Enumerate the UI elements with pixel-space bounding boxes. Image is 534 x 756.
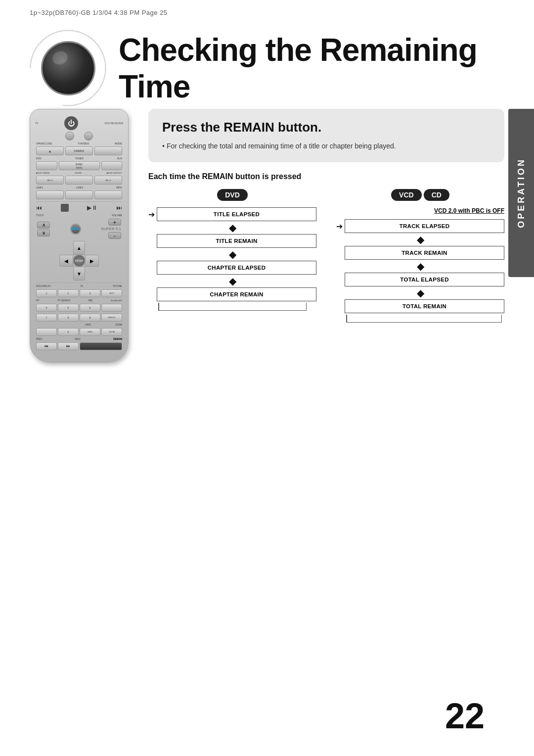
btn-row-1: ▲ DIMMER: [36, 146, 122, 155]
vol-down-btn[interactable]: -: [108, 232, 121, 239]
dvd-badge: DVD: [217, 189, 248, 201]
dvd-flow-item-1: ➔ TITLE ELAPSED: [148, 207, 316, 221]
soundeff-btn[interactable]: [101, 304, 122, 312]
dvd-flow-column: DVD ➔ TITLE ELAPSED ◆ ➔ TITLE REMAIN ◆ ➔…: [148, 189, 316, 311]
remote-container: TV ⏻ DVD RECEIVER OPEN/CLOSE TV/VIDEO MO…: [30, 109, 138, 363]
num7-btn[interactable]: 7: [36, 314, 57, 322]
nav-left-btn[interactable]: ◀: [59, 255, 73, 267]
num8-btn[interactable]: 8: [58, 314, 79, 322]
aux-btn[interactable]: [101, 161, 123, 170]
numpad-row2: 4 5 6: [36, 304, 122, 312]
num5-btn[interactable]: 5: [58, 304, 79, 312]
nav-down-btn[interactable]: ▼: [73, 267, 85, 281]
dvd-badge-row: DVD: [148, 189, 316, 201]
empty-btn1[interactable]: [36, 328, 57, 336]
remote-control: TV ⏻ DVD RECEIVER OPEN/CLOSE TV/VIDEO MO…: [30, 109, 129, 363]
numpad-row5: ⏮ ⏭: [36, 342, 122, 350]
instruction-title: Press the REMAIN button.: [162, 120, 490, 135]
power-icon: ⏻: [68, 119, 75, 127]
band-save-btn[interactable]: BANDSAVE: [59, 161, 100, 170]
vcd-flow-item-1: ➔ TRACK ELAPSED: [336, 219, 504, 233]
separator-2: [36, 283, 122, 283]
next-btn[interactable]: ⏭: [116, 204, 122, 211]
dimmer-btn[interactable]: DIMMER: [65, 146, 93, 155]
vcd-badge-row: VCD CD: [336, 189, 504, 201]
sur-smode-btn[interactable]: MP+S: [36, 176, 64, 185]
page-title: Checking the Remaining Time: [119, 32, 504, 105]
nav-up-btn[interactable]: ▲: [73, 241, 85, 255]
play-pause-btn[interactable]: ▶⏸: [87, 204, 97, 211]
numpad-row4: 0 LANG ZOOM: [36, 328, 122, 336]
num3-btn[interactable]: 3: [80, 289, 100, 297]
enter-btn[interactable]: ENTER: [73, 254, 86, 267]
mode-btn[interactable]: [94, 146, 122, 155]
main-content: TV ⏻ DVD RECEIVER OPEN/CLOSE TV/VIDEO MO…: [30, 109, 504, 363]
open-close-btn[interactable]: ▲: [36, 146, 64, 155]
vcd-arrow-1: ➔: [336, 222, 343, 231]
operation-sidebar: OPERATION: [508, 109, 534, 277]
sur-seffect-btn[interactable]: MP+S: [94, 176, 122, 185]
vcd-down-arrow-2: ◆: [336, 261, 504, 271]
next-track-btn[interactable]: ⏭: [58, 342, 79, 350]
num0-btn[interactable]: 0: [58, 328, 79, 336]
vcd-badge: VCD: [391, 189, 422, 201]
dvd-arrow-1: ➔: [148, 210, 155, 219]
dvd-btn[interactable]: [36, 161, 57, 170]
right-panel: Press the REMAIN button. •For checking t…: [148, 109, 504, 363]
info-center-btn[interactable]: INFO: [70, 224, 81, 235]
dvd-chapter-remain: CHAPTER REMAIN: [157, 287, 316, 301]
num2-btn[interactable]: 2: [58, 289, 79, 297]
cancel-btn[interactable]: CANCEL: [101, 314, 122, 322]
label-row-4: LINK1LINK2INFO: [36, 186, 122, 189]
dvd-mode-button[interactable]: [84, 132, 93, 141]
title-section: 0101010101010101010101010101010101010101…: [30, 30, 504, 106]
nav-right-btn[interactable]: ▶: [85, 255, 99, 267]
btn-row-4: [36, 190, 122, 199]
sub-title: Each time the REMAIN button is pressed: [148, 172, 504, 181]
prev-track-btn[interactable]: ⏮: [36, 342, 57, 350]
lang-btn[interactable]: LANG: [80, 328, 100, 336]
dvd-receiver-label: DVD RECEIVER: [104, 122, 123, 125]
operation-label: OPERATION: [516, 158, 527, 228]
num9-btn[interactable]: 9: [80, 314, 100, 322]
label-row-2: DVD TUNER AUX: [36, 157, 122, 160]
ch-up-btn[interactable]: ∧: [37, 222, 50, 229]
link1-btn[interactable]: [36, 190, 64, 199]
separator-1: [36, 201, 122, 202]
dvd-flow-item-4: ➔ CHAPTER REMAIN: [148, 287, 316, 301]
vcd-flow-item-2: ➔ TRACK REMAIN: [336, 246, 504, 260]
vcd-track-elapsed: TRACK ELAPSED: [345, 219, 504, 233]
numpad-row3: 7 8 9 CANCEL: [36, 314, 122, 322]
ch-down-btn[interactable]: ∨: [37, 230, 50, 236]
vcd-total-remain: TOTAL REMAIN: [345, 299, 504, 313]
vcd-flow-item-4: ➔ TOTAL REMAIN: [336, 299, 504, 313]
btn-row-3: MP+S MP+S: [36, 176, 122, 185]
remain-btn[interactable]: [80, 342, 122, 350]
num4-btn[interactable]: 4: [36, 304, 57, 312]
meta-header: 1p~32p(DB760)-GB 1/3/04 4:38 PM Page 25: [30, 9, 168, 16]
zoom-btn[interactable]: ZOOM: [101, 328, 122, 336]
vol-up-btn[interactable]: +: [108, 219, 121, 226]
dvd-down-arrow-2: ◆: [148, 249, 316, 259]
instruction-box: Press the REMAIN button. •For checking t…: [148, 109, 504, 162]
label-row-3: ■SUR S.MODE SOUND ■SUR S.EFFECT: [36, 172, 122, 174]
tv-label: TV: [35, 122, 38, 125]
info-top-btn[interactable]: [94, 190, 122, 199]
link2-btn[interactable]: [65, 190, 93, 199]
prev-btn[interactable]: ⏮: [36, 204, 42, 211]
num6-btn[interactable]: 6: [80, 304, 100, 312]
vcd-flow-item-3: ➔ TOTAL ELAPSED: [336, 273, 504, 286]
sound-btn[interactable]: [65, 176, 93, 185]
label-row-5: TV/CHVOLUME: [36, 214, 122, 217]
ta-tone-btn[interactable]: TA TF: [101, 289, 122, 297]
dvd-down-arrow-1: ◆: [148, 223, 316, 233]
power-button[interactable]: ⏻: [64, 116, 78, 130]
tv-mode-button[interactable]: [65, 132, 74, 141]
page-number: 22: [445, 696, 485, 736]
flows-wrapper: DVD ➔ TITLE ELAPSED ◆ ➔ TITLE REMAIN ◆ ➔…: [148, 189, 504, 323]
stop-btn[interactable]: [61, 204, 69, 212]
dvd-title-elapsed: TITLE ELAPSED: [157, 207, 316, 221]
label-row-1: OPEN/CLOSE TV/VIDEO MODE: [36, 142, 122, 145]
num1-btn[interactable]: 1: [36, 289, 57, 297]
dvd-chapter-elapsed: CHAPTER ELAPSED: [157, 261, 316, 275]
